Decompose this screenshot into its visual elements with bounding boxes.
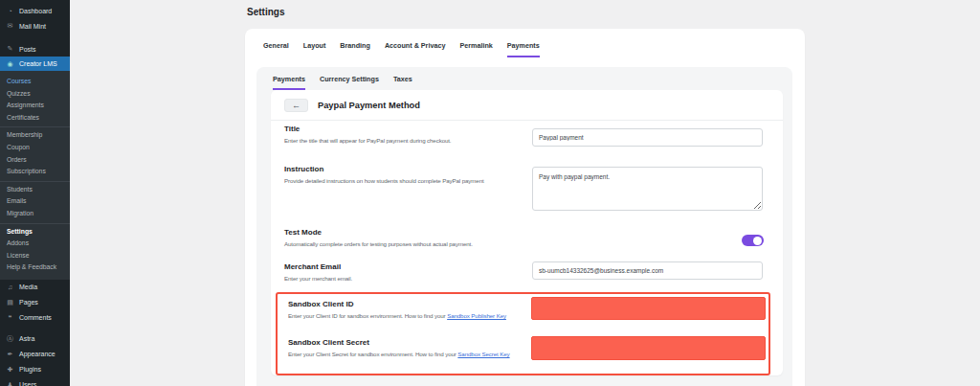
submenu-item-coupon[interactable]: Coupon — [0, 142, 70, 154]
back-arrow-icon: ← — [292, 101, 301, 110]
merchant-email-description: Enter your merchant email. — [284, 274, 543, 284]
mail-icon: ✉ — [6, 22, 14, 30]
back-button[interactable]: ← — [284, 99, 308, 112]
submenu-item-migration[interactable]: Migration — [0, 208, 70, 220]
title-label: Title — [284, 125, 543, 133]
title-field-row: Title Enter the title that will appear f… — [284, 125, 543, 146]
comments-icon: ❝ — [6, 314, 14, 322]
sidebar-item-comments[interactable]: ❝ Comments — [0, 310, 70, 326]
submenu-item-help-feedback[interactable]: Help & Feedback — [0, 261, 70, 274]
tab-general[interactable]: General — [263, 41, 289, 57]
submenu-item-assignments[interactable]: Assignments — [0, 100, 70, 112]
sidebar-item-media[interactable]: ♫ Media — [0, 280, 70, 295]
tab-permalink[interactable]: Permalink — [459, 41, 492, 57]
sidebar-item-plugins[interactable]: ✚ Plugins — [0, 362, 70, 377]
sidebar-item-pages[interactable]: ▤ Pages — [0, 295, 70, 310]
submenu-item-subscriptions[interactable]: Subscriptions — [0, 166, 70, 178]
merchant-email-input[interactable] — [532, 261, 763, 280]
pushpin-icon: ✎ — [6, 45, 14, 53]
pages-icon: ▤ — [6, 299, 14, 307]
sandbox-client-id-label: Sandbox Client ID — [288, 300, 539, 308]
creator-lms-icon: ◉ — [6, 60, 14, 68]
sidebar-item-label: Pages — [19, 299, 38, 306]
tab-layout[interactable]: Layout — [303, 41, 326, 57]
subtab-currency-settings[interactable]: Currency Settings — [320, 75, 379, 90]
submenu-item-students[interactable]: Students — [0, 184, 70, 196]
submenu-item-membership[interactable]: Membership — [0, 129, 70, 142]
subtab-taxes[interactable]: Taxes — [393, 75, 412, 90]
submenu-item-quizzes[interactable]: Quizzes — [0, 88, 70, 101]
sidebar-item-label: Creator LMS — [19, 60, 57, 67]
astra-icon: Ⓐ — [6, 334, 14, 344]
sandbox-client-id-description: Enter your Client ID for sandbox environ… — [288, 311, 539, 321]
submenu-item-license[interactable]: License — [0, 250, 70, 262]
payments-subtabs: Payments Currency Settings Taxes — [273, 75, 412, 90]
sidebar-separator — [0, 34, 70, 41]
instruction-label: Instruction — [284, 165, 543, 173]
sidebar-item-label: Posts — [19, 46, 36, 53]
submenu-item-settings[interactable]: Settings — [0, 226, 70, 238]
sidebar-item-posts[interactable]: ✎ Posts — [0, 41, 70, 57]
sidebar-item-creator-lms[interactable]: ◉ Creator LMS — [0, 57, 70, 71]
toggle-knob — [753, 237, 762, 245]
sandbox-client-id-row: Sandbox Client ID Enter your Client ID f… — [288, 300, 539, 321]
sidebar-item-mail-mint[interactable]: ✉ Mail Mint — [0, 18, 70, 34]
test-mode-label: Test Mode — [284, 228, 543, 237]
admin-sidebar: ◔ Dashboard ✉ Mail Mint ✎ Posts ◉ Creato… — [0, 0, 70, 386]
sandbox-publisher-key-link[interactable]: Sandbox Publisher Key — [447, 312, 506, 319]
sidebar-item-label: Mail Mint — [19, 23, 46, 30]
sandbox-client-id-desc-text: Enter your Client ID for sandbox environ… — [288, 312, 447, 319]
sidebar-item-label: Plugins — [19, 366, 41, 373]
sidebar-item-label: Appearance — [19, 351, 56, 357]
sandbox-client-secret-desc-text: Enter your Client Secret for sandbox env… — [288, 351, 457, 357]
payments-panel: Payments Currency Settings Taxes ← Paypa… — [256, 67, 792, 386]
sidebar-item-label: Users — [19, 381, 36, 386]
tab-branding[interactable]: Branding — [340, 41, 370, 57]
sandbox-client-secret-description: Enter your Client Secret for sandbox env… — [288, 350, 518, 359]
title-description: Enter the title that will appear for Pay… — [284, 136, 543, 146]
sidebar-item-label: Dashboard — [19, 8, 52, 14]
title-input[interactable] — [532, 128, 763, 147]
sidebar-item-users[interactable]: ♟ Users — [0, 377, 70, 386]
test-mode-description: Automatically complete orders for testin… — [284, 239, 543, 249]
submenu-item-courses[interactable]: Courses — [0, 76, 70, 88]
merchant-email-label: Merchant Email — [284, 262, 543, 271]
instruction-textarea[interactable]: Pay with paypal payment. — [532, 167, 763, 211]
dashboard-icon: ◔ — [6, 8, 14, 14]
submenu-item-certificates[interactable]: Certificates — [0, 112, 70, 125]
test-mode-toggle[interactable] — [742, 235, 764, 246]
settings-card: General Layout Branding Account & Privac… — [245, 29, 805, 386]
sandbox-client-secret-label: Sandbox Client Secret — [288, 338, 518, 347]
sidebar-item-appearance[interactable]: ✒ Appearance — [0, 347, 70, 362]
instruction-description: Provide detailed instructions on how stu… — [284, 176, 543, 186]
submenu-item-orders[interactable]: Orders — [0, 154, 70, 167]
tab-account-privacy[interactable]: Account & Privacy — [385, 41, 446, 57]
subtab-payments[interactable]: Payments — [273, 75, 305, 90]
sidebar-item-label: Comments — [19, 314, 52, 321]
sidebar-item-label: Astra — [19, 335, 34, 342]
sandbox-highlight-box: Sandbox Client ID Enter your Client ID f… — [276, 292, 770, 375]
merchant-email-row: Merchant Email Enter your merchant email… — [284, 262, 543, 284]
sidebar-item-label: Media — [19, 284, 37, 290]
paypal-method-header: ← Paypal Payment Method — [271, 90, 783, 121]
sidebar-item-dashboard[interactable]: ◔ Dashboard — [0, 3, 70, 18]
sandbox-client-secret-row: Sandbox Client Secret Enter your Client … — [288, 338, 518, 359]
creator-lms-submenu: Courses Quizzes Assignments Certificates… — [0, 71, 70, 280]
submenu-item-addons[interactable]: Addons — [0, 238, 70, 250]
sandbox-secret-key-link[interactable]: Sandbox Secret Key — [457, 351, 509, 357]
sandbox-client-id-input[interactable] — [531, 297, 766, 320]
media-icon: ♫ — [6, 284, 14, 290]
settings-tabs: General Layout Branding Account & Privac… — [263, 41, 540, 57]
sidebar-item-astra[interactable]: Ⓐ Astra — [0, 331, 70, 347]
submenu-item-emails[interactable]: Emails — [0, 195, 70, 208]
paypal-method-title: Paypal Payment Method — [318, 101, 420, 110]
page-title: Settings — [247, 7, 284, 17]
appearance-icon: ✒ — [6, 351, 14, 358]
test-mode-row: Test Mode Automatically complete orders … — [284, 228, 543, 249]
tab-payments[interactable]: Payments — [507, 41, 540, 57]
sandbox-client-secret-input[interactable] — [531, 336, 766, 360]
plugins-icon: ✚ — [6, 366, 14, 374]
paypal-method-card: ← Paypal Payment Method Title Enter the … — [271, 90, 783, 375]
instruction-field-row: Instruction Provide detailed instruction… — [284, 165, 543, 186]
users-icon: ♟ — [6, 381, 14, 386]
